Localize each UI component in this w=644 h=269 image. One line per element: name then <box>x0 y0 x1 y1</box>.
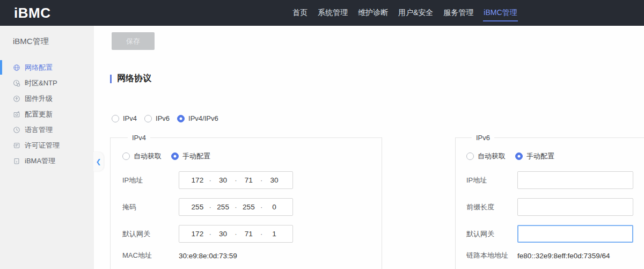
section-title-text: 网络协议 <box>117 73 151 84</box>
radio-label: 手动配置 <box>526 151 554 161</box>
ipv4-ip-input[interactable]: 172 · 30 · 71 · 30 <box>179 171 293 189</box>
ipv6-radio-auto[interactable]: 自动获取 <box>466 151 506 161</box>
octet-dot: · <box>234 203 238 211</box>
sidebar-item-label: 许可证管理 <box>25 141 60 150</box>
nav-item-home[interactable]: 首页 <box>291 0 309 26</box>
sidebar-item-label: 时区&NTP <box>25 78 57 88</box>
octet-2: 30 <box>213 230 234 238</box>
sidebar-item-language-management[interactable]: 语言管理 <box>0 122 94 137</box>
sidebar-item-label: 网络配置 <box>25 63 53 72</box>
nav-item-maintenance[interactable]: 维护诊断 <box>357 0 389 26</box>
ipv4-mac-row: MAC地址 30:e9:8e:0d:73:59 <box>122 250 382 261</box>
octet-4: 1 <box>264 230 285 238</box>
upgrade-arrow-circle-icon <box>13 95 20 103</box>
nav-item-user-security[interactable]: 用户&安全 <box>397 0 434 26</box>
radio-button[interactable] <box>112 115 119 122</box>
ipv4-mask-row: 掩码 255 · 255 · 255 · 0 <box>122 198 382 216</box>
sidebar-menu: 网络配置 时区&NTP 固件升级 配置更新 <box>0 60 94 169</box>
ibma-package-icon <box>13 157 20 165</box>
ipv4-ip-label: IP地址 <box>122 176 179 185</box>
ipv6-ip-input[interactable] <box>517 171 633 189</box>
license-card-icon <box>13 142 20 149</box>
top-nav: 首页 系统管理 维护诊断 用户&安全 服务管理 iBMC管理 <box>291 0 518 26</box>
octet-dot: · <box>259 203 264 211</box>
ipv4-mac-value: 30:e9:8e:0d:73:59 <box>179 252 237 260</box>
ipv6-gateway-row: 默认网关 <box>466 225 644 243</box>
sidebar-item-timezone-ntp[interactable]: 时区&NTP <box>0 75 94 91</box>
sidebar-item-license-management[interactable]: 许可证管理 <box>0 137 94 153</box>
sidebar-item-config-update[interactable]: 配置更新 <box>0 106 94 122</box>
sidebar-title: iBMC管理 <box>0 26 94 47</box>
sidebar-item-label: 固件升级 <box>25 94 53 104</box>
octet-dot: · <box>259 230 264 238</box>
sidebar-collapse-handle[interactable]: ❮ <box>93 152 104 171</box>
octet-1: 172 <box>187 230 208 238</box>
sidebar-item-firmware-upgrade[interactable]: 固件升级 <box>0 91 94 106</box>
ipv4-gateway-input[interactable]: 172 · 30 · 71 · 1 <box>179 225 293 243</box>
radio-ipv4-ipv6[interactable]: IPv4/IPv6 <box>177 114 218 122</box>
chevron-left-icon: ❮ <box>96 158 101 165</box>
nav-item-ibmc-management[interactable]: iBMC管理 <box>482 0 518 26</box>
protocol-fieldsets: IPv4 自动获取 手动配置 IP地址 172 · <box>110 134 644 269</box>
sidebar-item-label: iBMA管理 <box>25 156 55 166</box>
radio-label: IPv6 <box>156 114 170 122</box>
ipv6-prefix-label: 前缀长度 <box>466 202 517 212</box>
save-button[interactable]: 保存 <box>112 32 155 50</box>
ipv4-mask-input[interactable]: 255 · 255 · 255 · 0 <box>179 198 293 216</box>
ipv6-gateway-input[interactable] <box>517 225 633 243</box>
octet-2: 30 <box>213 176 234 184</box>
section-title-accent-bar <box>110 75 112 83</box>
radio-button-selected[interactable] <box>515 152 523 160</box>
ipv6-mode-radio-group: 自动获取 手动配置 <box>466 151 644 161</box>
header-bar: iBMC 首页 系统管理 维护诊断 用户&安全 服务管理 iBMC管理 <box>0 0 644 26</box>
ipv4-legend: IPv4 <box>128 134 150 142</box>
nav-item-services[interactable]: 服务管理 <box>442 0 474 26</box>
octet-2: 255 <box>213 203 234 211</box>
radio-ipv4[interactable]: IPv4 <box>112 114 137 122</box>
sidebar-item-network-config[interactable]: 网络配置 <box>0 60 94 75</box>
ipv6-gateway-label: 默认网关 <box>466 229 517 239</box>
radio-button[interactable] <box>466 152 474 160</box>
ipv6-ip-label: IP地址 <box>466 176 517 185</box>
octet-4: 0 <box>264 203 285 211</box>
ipv4-fieldset: IPv4 自动获取 手动配置 IP地址 172 · <box>110 134 382 269</box>
language-clock-icon <box>13 126 20 134</box>
radio-ipv6[interactable]: IPv6 <box>144 114 170 122</box>
timezone-clock-icon <box>13 79 20 87</box>
octet-dot: · <box>234 230 238 238</box>
ipv4-mask-label: 掩码 <box>122 202 179 212</box>
ipv4-radio-manual[interactable]: 手动配置 <box>171 151 210 161</box>
octet-3: 71 <box>238 176 260 184</box>
ipv6-fieldset: IPv6 自动获取 手动配置 IP地址 前缀长度 <box>455 134 644 269</box>
ipv6-prefix-input[interactable] <box>517 198 633 216</box>
radio-button-selected[interactable] <box>177 115 185 122</box>
ipv4-mode-radio-group: 自动获取 手动配置 <box>122 151 382 161</box>
radio-label: 自动获取 <box>478 151 506 161</box>
radio-button[interactable] <box>122 152 130 160</box>
sidebar-item-ibma-management[interactable]: iBMA管理 <box>0 153 94 169</box>
main-content: 保存 网络协议 IPv4 IPv6 IPv4/IPv6 IPv4 <box>94 26 644 269</box>
ipv4-mac-label: MAC地址 <box>122 251 179 260</box>
octet-dot: · <box>208 203 213 211</box>
radio-label: 手动配置 <box>182 151 210 161</box>
radio-label: 自动获取 <box>134 151 162 161</box>
ipv6-link-local-label: 链路本地地址 <box>466 251 517 260</box>
octet-dot: · <box>259 176 264 184</box>
ipv4-gateway-row: 默认网关 172 · 30 · 71 · 1 <box>122 225 382 243</box>
radio-button[interactable] <box>144 115 152 122</box>
octet-dot: · <box>208 176 213 184</box>
nav-item-system[interactable]: 系统管理 <box>317 0 349 26</box>
sidebar-item-label: 语言管理 <box>25 125 53 135</box>
ipv4-ip-row: IP地址 172 · 30 · 71 · 30 <box>122 171 382 189</box>
sidebar-item-label: 配置更新 <box>25 110 53 119</box>
ipv6-radio-manual[interactable]: 手动配置 <box>515 151 554 161</box>
ipv6-ip-row: IP地址 <box>466 171 644 189</box>
ipv6-link-local-row: 链路本地地址 fe80::32e9:8eff:fe0d:7359/64 <box>466 250 644 261</box>
ipv6-prefix-row: 前缀长度 <box>466 198 644 216</box>
octet-1: 255 <box>187 203 208 211</box>
radio-button-selected[interactable] <box>171 152 179 160</box>
logo-ibmc: iBMC <box>14 5 50 21</box>
ipv4-radio-auto[interactable]: 自动获取 <box>122 151 162 161</box>
ipv6-link-local-value: fe80::32e9:8eff:fe0d:7359/64 <box>517 252 610 260</box>
config-update-icon <box>13 111 20 118</box>
